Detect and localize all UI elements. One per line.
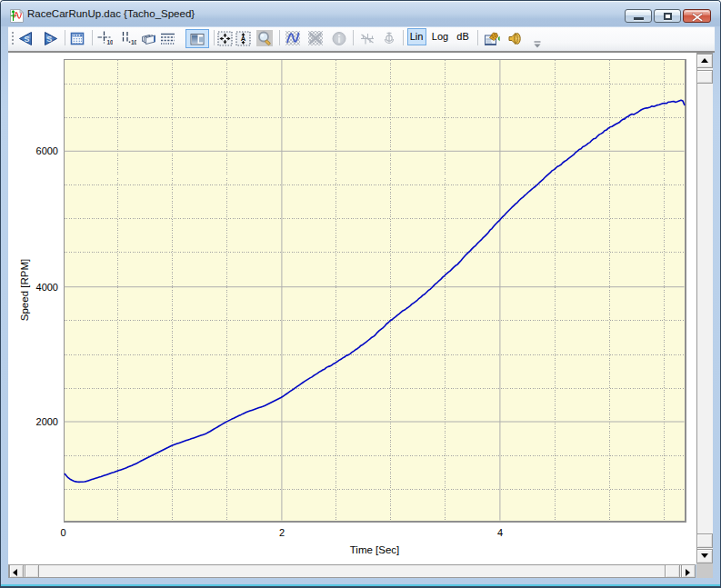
svg-text:10: 10 (131, 39, 136, 45)
svg-text:A: A (241, 35, 246, 43)
svg-text:S: S (46, 35, 52, 44)
svg-text:10: 10 (107, 39, 114, 45)
svg-text:S: S (24, 35, 29, 44)
